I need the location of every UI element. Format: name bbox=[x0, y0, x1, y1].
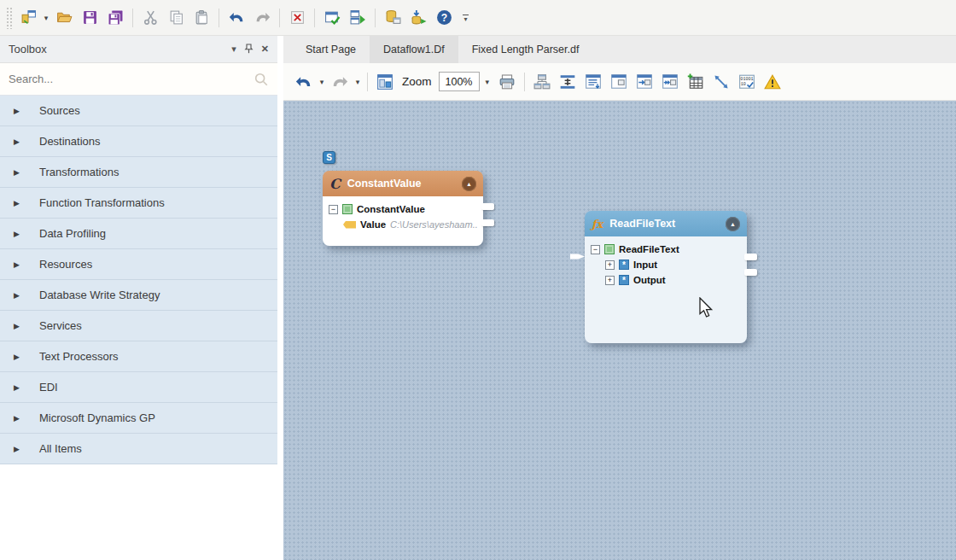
open-button[interactable] bbox=[52, 6, 76, 30]
link-tool-button[interactable] bbox=[709, 70, 733, 94]
undo-dropdown-caret[interactable]: ▾ bbox=[318, 78, 326, 86]
new-dropdown-caret[interactable]: ▾ bbox=[42, 14, 50, 22]
toolbox-item-microsoft-dynamics-gp[interactable]: ▶Microsoft Dynamics GP bbox=[0, 403, 277, 434]
tab-dataflow1[interactable]: Dataflow1.Df bbox=[370, 36, 458, 63]
collapse-expander-icon[interactable]: − bbox=[329, 205, 338, 214]
toolbox-item-transformations[interactable]: ▶Transformations bbox=[0, 157, 277, 188]
new-button[interactable] bbox=[16, 6, 40, 30]
warnings-button[interactable] bbox=[761, 70, 784, 94]
collapse-node-button[interactable]: ▲ bbox=[726, 217, 740, 231]
toolbox-item-services[interactable]: ▶Services bbox=[0, 311, 277, 341]
distribute-vertical-button[interactable] bbox=[556, 70, 580, 94]
expand-arrow-icon: ▶ bbox=[14, 260, 39, 269]
redo-button[interactable] bbox=[250, 6, 274, 30]
copy-icon bbox=[168, 9, 184, 26]
print-button[interactable] bbox=[495, 70, 519, 94]
delete-button[interactable] bbox=[285, 6, 309, 30]
toolbar-grip[interactable] bbox=[6, 7, 12, 29]
input-port[interactable] bbox=[570, 253, 585, 260]
expand-arrow-icon: ▶ bbox=[14, 414, 39, 423]
toolbar-separator bbox=[279, 9, 280, 27]
toolbox-panel: Toolbox ▾ ✕ ▶Sources ▶Destinations ▶Tran… bbox=[0, 36, 277, 560]
toolbox-list: ▶Sources ▶Destinations ▶Transformations … bbox=[0, 96, 277, 464]
collapse-node-button[interactable]: ▲ bbox=[462, 177, 476, 191]
search-input[interactable] bbox=[9, 73, 254, 85]
node-constant-value[interactable]: C ConstantValue ▲ − ConstantValue Value bbox=[323, 171, 483, 246]
add-table-button[interactable] bbox=[684, 70, 708, 94]
zoom-dropdown-caret[interactable]: ▾ bbox=[481, 78, 494, 86]
database-load-button[interactable] bbox=[381, 6, 405, 30]
redo-dropdown-caret[interactable]: ▾ bbox=[353, 78, 362, 86]
toolbox-item-sources[interactable]: ▶Sources bbox=[0, 96, 277, 126]
toolbox-header: Toolbox ▾ ✕ bbox=[0, 36, 277, 63]
toolbox-item-all-items[interactable]: ▶All Items bbox=[0, 434, 277, 464]
cut-button[interactable] bbox=[138, 6, 162, 30]
document-area: Start Page Dataflow1.Df Fixed Length Par… bbox=[283, 36, 956, 560]
constant-value-icon: C bbox=[329, 176, 341, 192]
app-window: ▾ bbox=[0, 0, 956, 560]
node-read-file-text-header[interactable]: ƒx ReadFileText ▲ bbox=[585, 211, 747, 236]
auto-layout-button[interactable] bbox=[530, 70, 554, 94]
toolbox-item-database-write-strategy[interactable]: ▶Database Write Strategy bbox=[0, 280, 277, 311]
toolbox-item-function-transformations[interactable]: ▶Function Transformations bbox=[0, 188, 277, 219]
tab-fixed-length-parser[interactable]: Fixed Length Parser.df bbox=[458, 36, 593, 63]
help-icon: ? bbox=[436, 9, 452, 26]
output-port[interactable] bbox=[744, 254, 757, 260]
collapse-expander-icon[interactable]: − bbox=[591, 245, 600, 254]
expand-expander-icon[interactable]: + bbox=[605, 260, 615, 270]
save-all-button[interactable] bbox=[103, 6, 127, 30]
verify-button[interactable] bbox=[320, 6, 344, 30]
window-position-icon[interactable]: ▾ bbox=[231, 44, 236, 54]
collapse-all-icon bbox=[610, 73, 627, 90]
main-toolbar: ▾ bbox=[0, 0, 956, 36]
redo-button[interactable] bbox=[328, 70, 352, 94]
node-read-file-text[interactable]: ƒx ReadFileText ▲ − ReadFileText + * bbox=[585, 211, 747, 343]
toolbox-item-data-profiling[interactable]: ▶Data Profiling bbox=[0, 219, 277, 249]
expand-all-button[interactable] bbox=[581, 70, 605, 94]
toolbox-item-edi[interactable]: ▶EDI bbox=[0, 372, 277, 403]
zoom-value-input[interactable]: 100% bbox=[439, 72, 480, 91]
save-button[interactable] bbox=[78, 6, 102, 30]
toolbar-separator bbox=[314, 9, 315, 27]
pin-icon[interactable] bbox=[244, 44, 254, 55]
expand-arrow-icon: ▶ bbox=[14, 168, 39, 177]
expand-expander-icon[interactable]: + bbox=[605, 276, 615, 285]
start-dataflow-button[interactable] bbox=[346, 6, 370, 30]
collapse-all-button[interactable] bbox=[607, 70, 631, 94]
panel-splitter[interactable] bbox=[277, 36, 283, 560]
cut-icon bbox=[143, 9, 159, 26]
output-port[interactable] bbox=[481, 203, 494, 210]
toolbox-search bbox=[0, 63, 277, 96]
link-all-button[interactable] bbox=[658, 70, 682, 94]
tree-row-output[interactable]: + * Output bbox=[591, 272, 741, 288]
toolbox-item-destinations[interactable]: ▶Destinations bbox=[0, 126, 277, 157]
preview-data-icon: 0100110 bbox=[738, 73, 755, 90]
run-profile-button[interactable] bbox=[406, 6, 430, 30]
tree-row-input[interactable]: + * Input bbox=[591, 257, 741, 272]
link-tool-icon bbox=[713, 73, 730, 90]
undo-button[interactable] bbox=[224, 6, 248, 30]
toolbar-options-button[interactable]: ▾ bbox=[463, 15, 469, 21]
copy-button[interactable] bbox=[164, 6, 188, 30]
dataflow-canvas[interactable]: S C ConstantValue ▲ − ConstantValue bbox=[283, 101, 956, 560]
undo-button[interactable] bbox=[292, 70, 316, 94]
page-layout-button[interactable] bbox=[373, 70, 397, 94]
output-port[interactable] bbox=[481, 219, 494, 226]
undo-icon bbox=[229, 9, 245, 26]
output-port[interactable] bbox=[744, 269, 757, 276]
toolbox-item-text-processors[interactable]: ▶Text Processors bbox=[0, 341, 277, 372]
svg-text:?: ? bbox=[440, 12, 446, 24]
node-constant-value-header[interactable]: C ConstantValue ▲ bbox=[323, 171, 483, 196]
toolbar-separator bbox=[524, 73, 525, 91]
preview-data-button[interactable]: 0100110 bbox=[735, 70, 759, 94]
link-next-button[interactable] bbox=[632, 70, 656, 94]
paste-button[interactable] bbox=[189, 6, 213, 30]
node-title: ConstantValue bbox=[347, 178, 422, 190]
close-icon[interactable]: ✕ bbox=[261, 44, 269, 54]
tab-start-page[interactable]: Start Page bbox=[292, 36, 370, 63]
toolbox-item-resources[interactable]: ▶Resources bbox=[0, 249, 277, 280]
help-button[interactable]: ? bbox=[432, 6, 456, 30]
tree-row-value[interactable]: Value C:\Users\ayeshaam... bbox=[329, 217, 477, 232]
tree-row-constant-value[interactable]: − ConstantValue bbox=[329, 201, 477, 217]
tree-row-read-file-text[interactable]: − ReadFileText bbox=[591, 242, 741, 257]
